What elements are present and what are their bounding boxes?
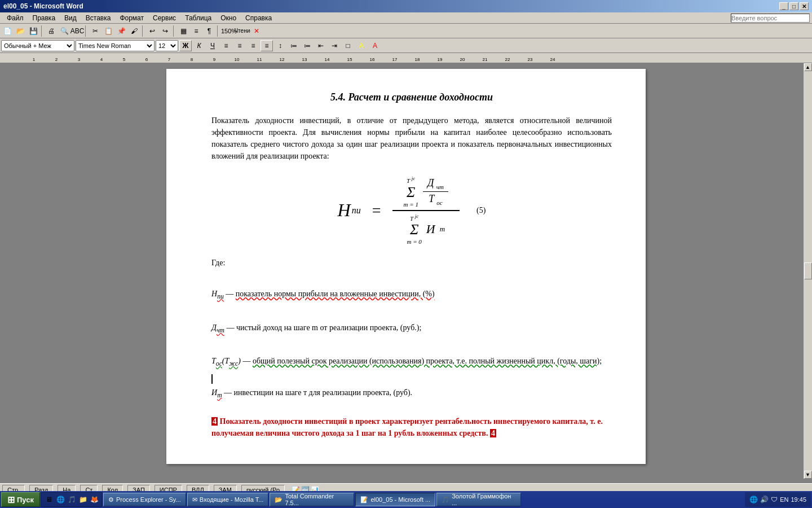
close-doc-icon[interactable]: ✕ — [250, 25, 263, 37]
start-label: Пуск — [17, 496, 34, 504]
taskbar-app-icon-3: 📝 — [360, 496, 368, 503]
font-size-select[interactable]: 12 — [156, 40, 178, 51]
folder-icon[interactable]: 📁 — [78, 494, 88, 505]
align-justify-button[interactable]: ≡ — [261, 40, 273, 51]
taskbar-app-label-4: Золотой Граммофон ... — [452, 493, 516, 506]
taskbar: ⊞ Пуск 🖥 🌐 🎵 📁 🦊 ⚙ Process Explorer - Sy… — [0, 491, 812, 508]
scrollbar-vertical[interactable]: ▲ ▼ — [803, 63, 812, 479]
highlight-marker-end: 4 — [490, 429, 496, 437]
numbering-button[interactable]: ≔ — [301, 40, 314, 51]
insert-cols-icon[interactable]: ≡ — [190, 25, 202, 37]
menu-insert[interactable]: Вставка — [81, 14, 116, 23]
align-right-button[interactable]: ≡ — [247, 40, 259, 51]
sigma-bot-upper: T jc — [410, 213, 418, 222]
def4-symbol: Ит — [211, 388, 222, 397]
ie-icon[interactable]: 🌐 — [55, 494, 65, 505]
start-button[interactable]: ⊞ Пуск — [1, 492, 40, 507]
windows-logo: ⊞ — [7, 494, 15, 505]
new-icon[interactable]: 📄 — [1, 25, 14, 37]
menu-table[interactable]: Таблица — [180, 14, 216, 23]
print-icon[interactable]: 🖨 — [45, 25, 58, 37]
tray-lang[interactable]: EN — [780, 496, 788, 503]
font-color-button[interactable]: A — [369, 40, 381, 51]
format-painter-icon[interactable]: 🖌 — [128, 25, 140, 37]
formatting-toolbar: Обычный + Меж Times New Roman 12 Ж К Ч ≡… — [0, 38, 812, 53]
tray-network-icon[interactable]: 🌐 — [749, 496, 758, 503]
menu-view[interactable]: Вид — [60, 14, 81, 23]
italic-button[interactable]: К — [193, 40, 205, 51]
svg-text:10: 10 — [235, 57, 240, 62]
font-select[interactable]: Times New Roman — [76, 40, 155, 51]
taskbar-app-0[interactable]: ⚙ Process Explorer - Sy... — [103, 493, 186, 506]
open-icon[interactable]: 📂 — [14, 25, 27, 37]
menu-edit[interactable]: Правка — [28, 14, 60, 23]
help-search[interactable] — [731, 14, 810, 23]
menu-help[interactable]: Справка — [241, 14, 276, 23]
menu-tools[interactable]: Сервис — [148, 14, 180, 23]
svg-text:22: 22 — [505, 57, 510, 62]
window-controls[interactable]: _ □ ✕ — [779, 2, 809, 10]
read-mode-icon[interactable]: Чтение — [237, 25, 250, 37]
decrease-indent-button[interactable]: ⇤ — [315, 40, 327, 51]
media-icon[interactable]: 🎵 — [67, 494, 77, 505]
cut-icon[interactable]: ✂ — [89, 25, 102, 37]
minimize-button[interactable]: _ — [779, 2, 788, 10]
highlighted-para: 4 Показатель доходности инвестиций в про… — [211, 415, 612, 439]
def1-text: — показатель нормы прибыли на вложенные … — [226, 290, 434, 298]
close-button[interactable]: ✕ — [800, 2, 809, 10]
paragraph-icon[interactable]: ¶ — [203, 25, 215, 37]
highlight-button[interactable]: A — [355, 40, 368, 51]
browser-icon[interactable]: 🦊 — [89, 494, 99, 505]
align-left-button[interactable]: ≡ — [220, 40, 232, 51]
maximize-button[interactable]: □ — [789, 2, 798, 10]
menu-format[interactable]: Формат — [115, 14, 148, 23]
tray-volume-icon[interactable]: 🔊 — [760, 496, 769, 503]
align-center-button[interactable]: ≡ — [233, 40, 246, 51]
def2-text: — чистый доход на шаге m от реализации п… — [226, 323, 421, 332]
bold-button[interactable]: Ж — [179, 40, 192, 51]
def-line-1: Нпи — показатель нормы прибыли на вложен… — [211, 288, 612, 302]
formula-number: (5) — [476, 206, 486, 215]
taskbar-app-icon-0: ⚙ — [108, 496, 114, 503]
paste-icon[interactable]: 📌 — [115, 25, 127, 37]
taskbar-app-3[interactable]: 📝 el00_05 - Microsoft ... — [355, 493, 435, 506]
def2-symbol: Дчт — [211, 323, 224, 332]
scroll-up-button[interactable]: ▲ — [804, 63, 812, 71]
taskbar-app-2[interactable]: 📂 Total Commander 7.5... — [270, 493, 354, 506]
taskbar-app-4[interactable]: 🎵 Золотой Граммофон ... — [436, 493, 521, 506]
copy-icon[interactable]: 📋 — [102, 25, 114, 37]
preview-icon[interactable]: 🔍 — [58, 25, 70, 37]
style-select[interactable]: Обычный + Меж — [1, 40, 74, 51]
text-cursor — [211, 374, 213, 384]
undo-icon[interactable]: ↩ — [146, 25, 158, 37]
sigma-top: T jc Σ m = 1 — [404, 176, 418, 208]
title-bar: el00_05 - Microsoft Word _ □ ✕ — [0, 0, 812, 12]
show-desktop-icon[interactable]: 🖥 — [44, 494, 54, 505]
insert-table-icon[interactable]: ▦ — [177, 25, 189, 37]
line-spacing-button[interactable]: ↕ — [274, 40, 286, 51]
bullets-button[interactable]: ≔ — [288, 40, 300, 51]
scroll-down-button[interactable]: ▼ — [804, 471, 812, 479]
standard-toolbar: 📄 📂 💾 🖨 🔍 ABC ✂ 📋 📌 🖌 ↩ ↪ ▦ ≡ ¶ 150% Чте… — [0, 24, 812, 38]
border-button[interactable]: □ — [342, 40, 354, 51]
toolbar-sep3 — [142, 25, 144, 37]
svg-text:6: 6 — [145, 57, 148, 62]
menu-file[interactable]: Файл — [2, 14, 28, 23]
save-icon[interactable]: 💾 — [27, 25, 39, 37]
def-line-2: Дчт — чистый доход на шаге m от реализац… — [211, 322, 612, 336]
def-line-3: Тос(Тжc) — общий полезный срок реализаци… — [211, 355, 612, 369]
help-search-input[interactable] — [731, 14, 810, 23]
increase-indent-button[interactable]: ⇥ — [328, 40, 341, 51]
def3-text: — общий полезный срок реализации (исполь… — [242, 357, 602, 365]
def3-symbol: Тос(Тжc) — [211, 357, 241, 365]
svg-text:4: 4 — [100, 57, 103, 62]
taskbar-app-1[interactable]: ✉ Входящие - Mozilla T... — [187, 493, 269, 506]
svg-text:1: 1 — [33, 57, 36, 62]
redo-icon[interactable]: ↪ — [159, 25, 171, 37]
spell-icon[interactable]: ABC — [71, 25, 83, 37]
scroll-thumb[interactable] — [804, 262, 812, 279]
underline-button[interactable]: Ч — [206, 40, 219, 51]
tray-antivirus-icon[interactable]: 🛡 — [771, 496, 778, 503]
menu-window[interactable]: Окно — [216, 14, 241, 23]
svg-text:20: 20 — [460, 57, 465, 62]
